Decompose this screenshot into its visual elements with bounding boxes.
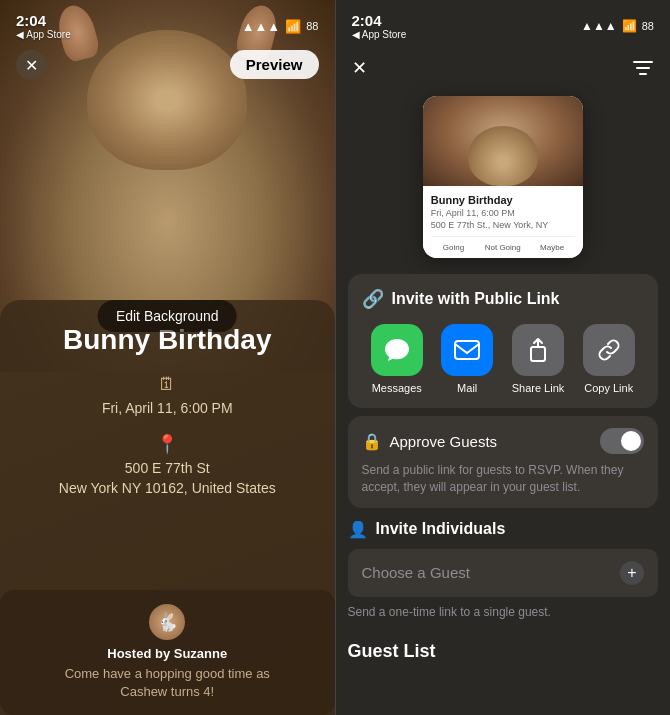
close-right-button[interactable]: ✕ xyxy=(352,52,384,84)
right-time: 2:04 xyxy=(352,12,407,29)
mail-button[interactable]: Mail xyxy=(441,324,493,394)
preview-button[interactable]: Preview xyxy=(230,50,319,79)
right-status-left: 2:04 ◀ App Store xyxy=(352,12,407,40)
rsvp-maybe[interactable]: Maybe xyxy=(529,241,574,254)
preview-bunny xyxy=(468,126,538,186)
date-icon: 🗓 xyxy=(158,374,176,395)
copy-link-icon xyxy=(583,324,635,376)
right-battery-icon: 88 xyxy=(642,20,654,32)
right-wifi-icon: 📶 xyxy=(622,19,637,33)
share-link-button[interactable]: Share Link xyxy=(512,324,565,394)
invite-header-title: Invite with Public Link xyxy=(392,290,560,308)
single-link-description: Send a one-time link to a single guest. xyxy=(348,605,659,619)
share-link-label: Share Link xyxy=(512,382,565,394)
lock-icon: 🔒 xyxy=(362,432,382,451)
right-panel: 2:04 ◀ App Store ▲▲▲ 📶 88 ✕ Bunny Birthd… xyxy=(336,0,671,715)
preview-card-image xyxy=(423,96,583,186)
invite-individuals-header: 👤 Invite Individuals xyxy=(348,520,659,539)
choose-guest-row[interactable]: Choose a Guest + xyxy=(348,549,659,597)
preview-card-location: 500 E 77th St., New York, NY xyxy=(431,220,575,230)
preview-card-info: Bunny Birthday Fri, April 11, 6:00 PM 50… xyxy=(423,186,583,258)
right-signal-icon: ▲▲▲ xyxy=(581,19,617,33)
filter-button[interactable] xyxy=(622,52,654,84)
svg-rect-4 xyxy=(531,347,545,361)
invite-individuals-section: 👤 Invite Individuals Choose a Guest + Se… xyxy=(348,520,659,633)
preview-card-title: Bunny Birthday xyxy=(431,194,575,206)
copy-link-label: Copy Link xyxy=(584,382,633,394)
approve-left: 🔒 Approve Guests xyxy=(362,432,498,451)
right-status-icons: ▲▲▲ 📶 88 xyxy=(581,19,654,33)
messages-icon xyxy=(371,324,423,376)
preview-card-rsvp: Going Not Going Maybe xyxy=(431,236,575,254)
share-link-icon xyxy=(512,324,564,376)
preview-card-date: Fri, April 11, 6:00 PM xyxy=(431,208,575,218)
location-text: 500 E 77th St New York NY 10162, United … xyxy=(59,459,276,498)
approve-text: Approve Guests xyxy=(390,433,498,450)
approve-guests-section: 🔒 Approve Guests Send a public link for … xyxy=(348,416,659,508)
rsvp-not-going[interactable]: Not Going xyxy=(480,241,525,254)
copy-link-button[interactable]: Copy Link xyxy=(583,324,635,394)
event-preview-card: Bunny Birthday Fri, April 11, 6:00 PM 50… xyxy=(423,96,583,258)
invite-public-link-section: 🔗 Invite with Public Link Messages xyxy=(348,274,659,408)
host-section: 🐇 Hosted by Suzanne Come have a hopping … xyxy=(0,590,335,715)
guest-list-title: Guest List xyxy=(348,641,659,662)
left-panel: 2:04 ◀ App Store ▲▲▲ 📶 88 ✕ Preview Edit… xyxy=(0,0,335,715)
signal-icon: ▲▲▲ xyxy=(242,19,281,34)
right-back-label: ◀ App Store xyxy=(352,29,407,40)
date-text: Fri, April 11, 6:00 PM xyxy=(102,399,233,419)
invite-header: 🔗 Invite with Public Link xyxy=(362,288,645,310)
wifi-icon: 📶 xyxy=(285,19,301,34)
host-description: Come have a hopping good time as Cashew … xyxy=(65,665,270,701)
host-avatar: 🐇 xyxy=(149,604,185,640)
messages-button[interactable]: Messages xyxy=(371,324,423,394)
person-icon: 👤 xyxy=(348,520,368,539)
host-name: Hosted by Suzanne xyxy=(107,646,227,661)
close-button[interactable]: ✕ xyxy=(16,50,46,80)
edit-background-button[interactable]: Edit Background xyxy=(98,300,237,332)
messages-label: Messages xyxy=(372,382,422,394)
date-detail: 🗓 Fri, April 11, 6:00 PM xyxy=(20,374,315,419)
event-card: Bunny Birthday 🗓 Fri, April 11, 6:00 PM … xyxy=(0,300,335,715)
mail-label: Mail xyxy=(457,382,477,394)
left-status-icons: ▲▲▲ 📶 88 xyxy=(242,19,319,34)
link-icon: 🔗 xyxy=(362,288,384,310)
right-status-bar: 2:04 ◀ App Store ▲▲▲ 📶 88 xyxy=(336,0,671,44)
mail-icon xyxy=(441,324,493,376)
battery-icon: 88 xyxy=(306,20,318,32)
choose-guest-placeholder: Choose a Guest xyxy=(362,564,470,581)
location-detail: 📍 500 E 77th St New York NY 10162, Unite… xyxy=(20,433,315,498)
share-buttons: Messages Mail Share Link xyxy=(362,324,645,394)
approve-toggle[interactable] xyxy=(600,428,644,454)
location-icon: 📍 xyxy=(156,433,178,455)
add-guest-icon[interactable]: + xyxy=(620,561,644,585)
rsvp-going[interactable]: Going xyxy=(431,241,476,254)
status-time-left: 2:04 ◀ App Store xyxy=(16,12,71,40)
guest-list-section: Guest List xyxy=(348,641,659,662)
right-top-bar: ✕ xyxy=(336,44,671,96)
invite-individuals-title: Invite Individuals xyxy=(376,520,506,538)
approve-description: Send a public link for guests to RSVP. W… xyxy=(362,462,645,496)
bunny-face xyxy=(87,30,247,170)
approve-row: 🔒 Approve Guests xyxy=(362,428,645,454)
svg-rect-3 xyxy=(455,341,479,359)
left-status-bar: 2:04 ◀ App Store ▲▲▲ 📶 88 xyxy=(0,0,335,44)
